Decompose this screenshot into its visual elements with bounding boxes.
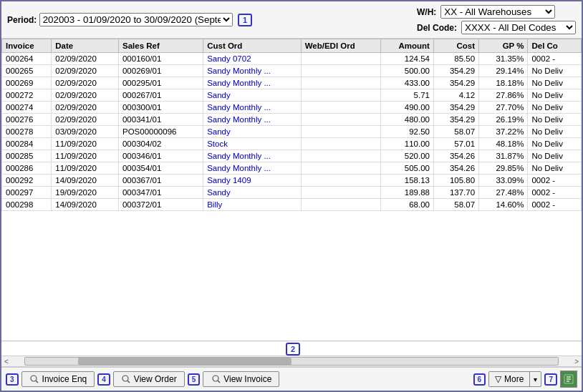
table-row[interactable]: 000285 11/09/2020 000346/01 Sandy Monthl… [2, 150, 582, 162]
cell-cust-ord[interactable]: Stock [203, 138, 302, 150]
cell-cost: 137.70 [433, 187, 478, 199]
col-invoice: Invoice [2, 39, 52, 53]
cell-amount: 490.00 [380, 102, 433, 114]
svg-line-3 [127, 381, 130, 383]
wh-select[interactable]: XX - All Warehouses [440, 5, 555, 19]
cell-web-edi [301, 77, 380, 89]
more-dropdown-icon: ▽ [495, 374, 501, 384]
cell-cost: 85.50 [433, 53, 478, 65]
scroll-right-btn[interactable]: > [573, 358, 580, 366]
view-order-icon [121, 374, 131, 384]
cell-del: No Deliv [528, 102, 582, 114]
cell-cust-ord[interactable]: Sandy Monthly ... [203, 102, 302, 114]
cell-sales-ref: 000267/01 [118, 89, 203, 102]
invoice-enq-label: Invoice Enq [42, 374, 87, 384]
label-1-badge: 1 [238, 14, 252, 26]
scroll-left-btn[interactable]: < [3, 358, 10, 366]
cell-cust-ord[interactable]: Sandy Monthly ... [203, 150, 302, 162]
del-select[interactable]: XXXX - All Del Codes [461, 21, 576, 34]
period-select[interactable]: 202003 - 01/09/2020 to 30/09/2020 (Septe… [39, 13, 233, 26]
cell-date: 03/09/2020 [52, 126, 119, 138]
cell-sales-ref: 000304/02 [118, 138, 203, 150]
table-row[interactable]: 000284 11/09/2020 000304/02 Stock 110.00… [2, 138, 582, 150]
cell-del: No Deliv [528, 150, 582, 162]
cell-del: No Deliv [528, 138, 582, 150]
cell-del: 0002 - [528, 53, 582, 65]
cell-cust-ord[interactable]: Billy [203, 199, 302, 211]
table-row[interactable]: 000292 14/09/2020 000367/01 Sandy 1409 1… [2, 175, 582, 187]
cell-web-edi [301, 102, 380, 114]
wh-label: W/H: [417, 7, 436, 17]
cell-amount: 124.54 [380, 53, 433, 65]
export-button[interactable] [560, 371, 577, 388]
table-row[interactable]: 000278 03/09/2020 POS00000096 Sandy 92.5… [2, 126, 582, 138]
cell-amount: 500.00 [380, 65, 433, 77]
cell-cust-ord[interactable]: Sandy [203, 89, 302, 102]
svg-point-0 [31, 376, 37, 381]
view-invoice-label: View Invoice [223, 374, 271, 384]
cell-gp: 29.85% [479, 162, 528, 175]
cell-cust-ord[interactable]: Sandy Monthly ... [203, 65, 302, 77]
cell-cust-ord[interactable]: Sandy [203, 187, 302, 199]
cell-gp: 48.18% [479, 138, 528, 150]
h-scrollbar[interactable] [24, 357, 559, 366]
label-4-badge: 4 [97, 373, 110, 386]
table-row[interactable]: 000297 19/09/2020 000347/01 Sandy 189.88… [2, 187, 582, 199]
svg-point-4 [213, 376, 218, 381]
cell-gp: 18.18% [479, 77, 528, 89]
cell-cost: 57.01 [433, 138, 478, 150]
col-amount: Amount [380, 39, 433, 53]
cell-invoice: 000278 [2, 126, 52, 138]
cell-date: 02/09/2020 [52, 102, 119, 114]
table-row[interactable]: 000272 02/09/2020 000267/01 Sandy 5.71 4… [2, 89, 582, 102]
invoice-enq-button[interactable]: Invoice Enq [21, 371, 95, 387]
table-row[interactable]: 000276 02/09/2020 000341/01 Sandy Monthl… [2, 114, 582, 126]
svg-point-2 [122, 376, 128, 381]
more-arrow-btn[interactable]: ▾ [530, 373, 541, 386]
cell-sales-ref: 000341/01 [118, 114, 203, 126]
cell-gp: 27.70% [479, 102, 528, 114]
cell-gp: 27.86% [479, 89, 528, 102]
cell-web-edi [301, 175, 380, 187]
table-row[interactable]: 000298 14/09/2020 000372/01 Billy 68.00 … [2, 199, 582, 211]
col-gp: GP % [479, 39, 528, 53]
cell-cust-ord[interactable]: Sandy Monthly ... [203, 77, 302, 89]
table-row[interactable]: 000286 11/09/2020 000354/01 Sandy Monthl… [2, 162, 582, 175]
cell-del: No Deliv [528, 126, 582, 138]
cell-gp: 26.19% [479, 114, 528, 126]
cell-sales-ref: POS00000096 [118, 126, 203, 138]
cell-cost: 354.29 [433, 65, 478, 77]
view-order-button[interactable]: View Order [113, 371, 185, 387]
cell-sales-ref: 000367/01 [118, 175, 203, 187]
cell-invoice: 000286 [2, 162, 52, 175]
cell-cust-ord[interactable]: Sandy Monthly ... [203, 162, 302, 175]
cell-cust-ord[interactable]: Sandy [203, 126, 302, 138]
table-row[interactable]: 000269 02/09/2020 000295/01 Sandy Monthl… [2, 77, 582, 89]
cell-web-edi [301, 162, 380, 175]
invoice-table-container: Invoice Date Sales Ref Cust Ord Web/EDI … [1, 39, 582, 341]
label-2-badge: 2 [286, 343, 300, 356]
cell-gp: 31.87% [479, 150, 528, 162]
export-icon [564, 374, 574, 384]
cell-gp: 33.09% [479, 175, 528, 187]
cell-sales-ref: 000160/01 [118, 53, 203, 65]
table-row[interactable]: 000265 02/09/2020 000269/01 Sandy Monthl… [2, 65, 582, 77]
table-body: 000264 02/09/2020 000160/01 Sandy 0702 1… [2, 53, 582, 211]
cell-invoice: 000284 [2, 138, 52, 150]
cell-web-edi [301, 150, 380, 162]
more-main[interactable]: ▽ More [489, 372, 530, 386]
table-row[interactable]: 000264 02/09/2020 000160/01 Sandy 0702 1… [2, 53, 582, 65]
cell-invoice: 000298 [2, 199, 52, 211]
cell-invoice: 000274 [2, 102, 52, 114]
cell-date: 11/09/2020 [52, 138, 119, 150]
cell-cust-ord[interactable]: Sandy 1409 [203, 175, 302, 187]
view-invoice-button[interactable]: View Invoice [203, 371, 279, 387]
cell-invoice: 000276 [2, 114, 52, 126]
cell-del: No Deliv [528, 65, 582, 77]
cell-cust-ord[interactable]: Sandy 0702 [203, 53, 302, 65]
table-row[interactable]: 000274 02/09/2020 000300/01 Sandy Monthl… [2, 102, 582, 114]
more-button[interactable]: ▽ More ▾ [488, 371, 541, 387]
cell-cust-ord[interactable]: Sandy Monthly ... [203, 114, 302, 126]
cell-sales-ref: 000300/01 [118, 102, 203, 114]
cell-amount: 505.00 [380, 162, 433, 175]
